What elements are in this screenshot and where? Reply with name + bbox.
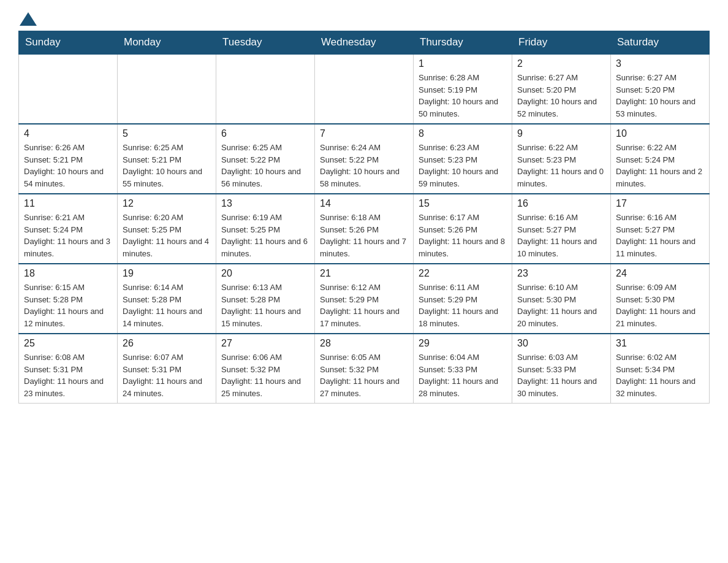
day-info: Sunrise: 6:24 AM Sunset: 5:22 PM Dayligh… [320,142,408,190]
calendar-cell [118,54,216,124]
calendar-cell: 8Sunrise: 6:23 AM Sunset: 5:23 PM Daylig… [414,124,512,194]
calendar-cell [19,54,118,124]
day-number: 11 [24,198,112,209]
day-info: Sunrise: 6:06 AM Sunset: 5:32 PM Dayligh… [221,351,309,399]
day-number: 12 [123,198,211,209]
day-number: 7 [320,128,408,139]
weekday-header-row: SundayMondayTuesdayWednesdayThursdayFrid… [19,31,710,55]
day-number: 5 [123,128,211,139]
calendar-week-5: 25Sunrise: 6:08 AM Sunset: 5:31 PM Dayli… [19,334,710,404]
calendar-cell: 22Sunrise: 6:11 AM Sunset: 5:29 PM Dayli… [414,264,512,334]
calendar-cell: 31Sunrise: 6:02 AM Sunset: 5:34 PM Dayli… [611,334,710,404]
calendar-cell: 11Sunrise: 6:21 AM Sunset: 5:24 PM Dayli… [19,194,118,264]
day-info: Sunrise: 6:04 AM Sunset: 5:33 PM Dayligh… [419,351,507,399]
day-number: 19 [123,268,211,279]
calendar-cell [315,54,414,124]
day-info: Sunrise: 6:17 AM Sunset: 5:26 PM Dayligh… [419,212,507,259]
day-number: 10 [616,128,704,139]
day-info: Sunrise: 6:21 AM Sunset: 5:24 PM Dayligh… [24,212,112,259]
day-number: 27 [221,338,309,349]
day-info: Sunrise: 6:28 AM Sunset: 5:19 PM Dayligh… [419,72,507,120]
day-info: Sunrise: 6:18 AM Sunset: 5:26 PM Dayligh… [320,212,408,259]
day-number: 17 [616,198,704,209]
day-number: 21 [320,268,408,279]
calendar-week-3: 11Sunrise: 6:21 AM Sunset: 5:24 PM Dayli… [19,194,710,264]
day-info: Sunrise: 6:20 AM Sunset: 5:25 PM Dayligh… [123,212,211,259]
calendar-cell: 15Sunrise: 6:17 AM Sunset: 5:26 PM Dayli… [414,194,512,264]
day-info: Sunrise: 6:25 AM Sunset: 5:22 PM Dayligh… [221,142,309,190]
day-info: Sunrise: 6:26 AM Sunset: 5:21 PM Dayligh… [24,142,112,190]
day-info: Sunrise: 6:22 AM Sunset: 5:24 PM Dayligh… [616,142,704,190]
weekday-header-tuesday: Tuesday [216,31,315,55]
calendar-cell: 26Sunrise: 6:07 AM Sunset: 5:31 PM Dayli… [118,334,216,404]
calendar-cell: 1Sunrise: 6:28 AM Sunset: 5:19 PM Daylig… [414,54,512,124]
calendar-body: 1Sunrise: 6:28 AM Sunset: 5:19 PM Daylig… [19,54,710,404]
day-number: 1 [419,58,507,69]
day-number: 25 [24,338,112,349]
day-info: Sunrise: 6:16 AM Sunset: 5:27 PM Dayligh… [517,212,605,259]
day-number: 15 [419,198,507,209]
calendar-cell: 14Sunrise: 6:18 AM Sunset: 5:26 PM Dayli… [315,194,414,264]
weekday-header-sunday: Sunday [19,31,118,55]
weekday-header-wednesday: Wednesday [315,31,414,55]
day-info: Sunrise: 6:16 AM Sunset: 5:27 PM Dayligh… [616,212,704,259]
calendar-cell: 25Sunrise: 6:08 AM Sunset: 5:31 PM Dayli… [19,334,118,404]
day-number: 28 [320,338,408,349]
day-info: Sunrise: 6:09 AM Sunset: 5:30 PM Dayligh… [616,282,704,329]
calendar-cell: 9Sunrise: 6:22 AM Sunset: 5:23 PM Daylig… [512,124,611,194]
calendar-cell: 23Sunrise: 6:10 AM Sunset: 5:30 PM Dayli… [512,264,611,334]
day-info: Sunrise: 6:19 AM Sunset: 5:25 PM Dayligh… [221,212,309,259]
calendar-cell: 21Sunrise: 6:12 AM Sunset: 5:29 PM Dayli… [315,264,414,334]
calendar-cell: 24Sunrise: 6:09 AM Sunset: 5:30 PM Dayli… [611,264,710,334]
day-info: Sunrise: 6:23 AM Sunset: 5:23 PM Dayligh… [419,142,507,190]
day-number: 26 [123,338,211,349]
calendar-cell: 2Sunrise: 6:27 AM Sunset: 5:20 PM Daylig… [512,54,611,124]
calendar-cell: 30Sunrise: 6:03 AM Sunset: 5:33 PM Dayli… [512,334,611,404]
calendar-cell: 27Sunrise: 6:06 AM Sunset: 5:32 PM Dayli… [216,334,315,404]
day-number: 30 [517,338,605,349]
calendar-cell: 3Sunrise: 6:27 AM Sunset: 5:20 PM Daylig… [611,54,710,124]
day-info: Sunrise: 6:22 AM Sunset: 5:23 PM Dayligh… [517,142,605,190]
logo-triangle-icon [20,12,37,26]
weekday-header-thursday: Thursday [414,31,512,55]
calendar-cell: 10Sunrise: 6:22 AM Sunset: 5:24 PM Dayli… [611,124,710,194]
day-number: 22 [419,268,507,279]
page-header [18,12,710,25]
day-number: 6 [221,128,309,139]
calendar-cell [216,54,315,124]
calendar-cell: 13Sunrise: 6:19 AM Sunset: 5:25 PM Dayli… [216,194,315,264]
logo [18,12,37,25]
day-number: 4 [24,128,112,139]
day-number: 3 [616,58,704,69]
calendar-cell: 5Sunrise: 6:25 AM Sunset: 5:21 PM Daylig… [118,124,216,194]
weekday-header-friday: Friday [512,31,611,55]
day-info: Sunrise: 6:13 AM Sunset: 5:28 PM Dayligh… [221,282,309,329]
day-number: 29 [419,338,507,349]
day-info: Sunrise: 6:08 AM Sunset: 5:31 PM Dayligh… [24,351,112,399]
day-number: 9 [517,128,605,139]
day-info: Sunrise: 6:10 AM Sunset: 5:30 PM Dayligh… [517,282,605,329]
day-number: 16 [517,198,605,209]
calendar-cell: 28Sunrise: 6:05 AM Sunset: 5:32 PM Dayli… [315,334,414,404]
weekday-header-monday: Monday [118,31,216,55]
day-info: Sunrise: 6:12 AM Sunset: 5:29 PM Dayligh… [320,282,408,329]
day-info: Sunrise: 6:15 AM Sunset: 5:28 PM Dayligh… [24,282,112,329]
day-number: 2 [517,58,605,69]
weekday-header-saturday: Saturday [611,31,710,55]
day-info: Sunrise: 6:27 AM Sunset: 5:20 PM Dayligh… [616,72,704,120]
day-info: Sunrise: 6:11 AM Sunset: 5:29 PM Dayligh… [419,282,507,329]
day-number: 20 [221,268,309,279]
calendar-header: SundayMondayTuesdayWednesdayThursdayFrid… [19,31,710,55]
calendar-week-2: 4Sunrise: 6:26 AM Sunset: 5:21 PM Daylig… [19,124,710,194]
day-info: Sunrise: 6:07 AM Sunset: 5:31 PM Dayligh… [123,351,211,399]
calendar-cell: 19Sunrise: 6:14 AM Sunset: 5:28 PM Dayli… [118,264,216,334]
day-info: Sunrise: 6:25 AM Sunset: 5:21 PM Dayligh… [123,142,211,190]
calendar-week-1: 1Sunrise: 6:28 AM Sunset: 5:19 PM Daylig… [19,54,710,124]
calendar-cell: 18Sunrise: 6:15 AM Sunset: 5:28 PM Dayli… [19,264,118,334]
day-info: Sunrise: 6:14 AM Sunset: 5:28 PM Dayligh… [123,282,211,329]
day-number: 14 [320,198,408,209]
day-number: 24 [616,268,704,279]
day-number: 23 [517,268,605,279]
calendar-cell: 6Sunrise: 6:25 AM Sunset: 5:22 PM Daylig… [216,124,315,194]
day-info: Sunrise: 6:05 AM Sunset: 5:32 PM Dayligh… [320,351,408,399]
